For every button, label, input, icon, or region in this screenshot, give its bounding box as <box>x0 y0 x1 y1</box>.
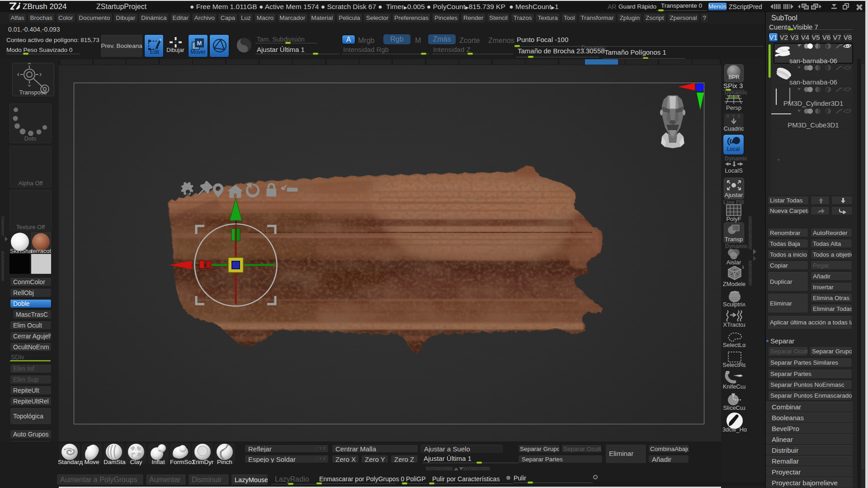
svg-text:Local: Local <box>727 146 740 152</box>
svg-text:M: M <box>197 40 202 47</box>
svg-text:Dibujar: Dibujar <box>166 47 184 53</box>
svg-text:Dots: Dots <box>24 135 37 142</box>
svg-text:Mover: Mover <box>190 49 205 55</box>
svg-text:Edit: Edit <box>150 49 160 55</box>
svg-text:Transpose: Transpose <box>19 89 47 96</box>
svg-text:1: 1 <box>742 265 744 269</box>
